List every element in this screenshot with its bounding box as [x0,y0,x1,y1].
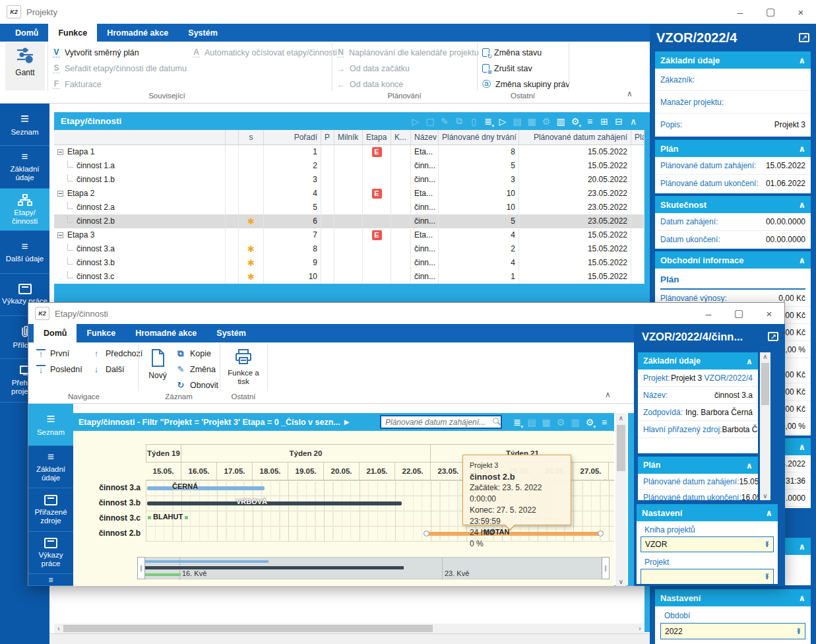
collapse-icon[interactable]: ∧ [746,356,753,366]
menu-icon[interactable]: ≡ [582,116,597,127]
scroll-thumb[interactable] [63,625,433,632]
ribbon-item-naplanovani[interactable]: NNaplánování dle kalendáře projektu [337,46,479,59]
detail-scrollbar[interactable]: ∧ ∨ [760,352,770,500]
ribbon-item-fakturace[interactable]: FFakturace [53,77,102,91]
gantt-button[interactable]: Gantt [5,43,45,90]
scroll-down-icon[interactable]: ∨ [615,577,627,586]
column-header-nazev[interactable]: Název [411,130,439,145]
ribbon-item-dalsi[interactable]: ↓Další [92,362,124,376]
column-header-p[interactable]: P [321,130,334,145]
collapse-icon[interactable]: ∧ [626,116,641,127]
tab-domu[interactable]: Domů [34,324,77,342]
collapse-icon[interactable]: ∧ [798,255,805,265]
obdobi-select[interactable]: 2022∨ ∨ [660,623,805,639]
gantt-row-label[interactable]: činnost 2.b [73,526,141,541]
funkce-a-tisk-button[interactable]: Funkce a tisk [224,345,263,386]
maximize-button[interactable]: ▢ [755,0,786,24]
column-header-etapa[interactable]: Etapa [363,130,391,145]
sidebar-item-prirazene-zdroje[interactable]: Přiřazené zdroje [28,488,73,532]
edit-icon[interactable]: ✎ [437,116,452,127]
tab-funkce[interactable]: Funkce [48,24,97,42]
gantt-bar-blahut[interactable]: BLAHUT [146,513,190,521]
gantt-row-label[interactable]: činnost 3.c [73,511,141,526]
tab-system[interactable]: Systém [178,24,227,42]
dropdown-icon[interactable]: ∨ ∨ [765,542,770,547]
gantt-bar-cerna[interactable] [147,486,265,490]
column-header-k[interactable]: K... [391,130,411,145]
dropdown-icon[interactable]: ∨ ∨ [797,629,801,634]
tab-domu[interactable]: Domů [5,24,48,42]
ribbon-item-obnovit[interactable]: ↻Obnovit [176,378,218,392]
scroll-right-icon[interactable]: › [635,624,644,633]
scroll-up-icon[interactable]: ∧ [615,413,627,422]
table-row[interactable]: činnost 3.c✱10činn...115.05.2022 [54,270,644,284]
gear-icon[interactable]: ⚙▾ [582,417,597,428]
scroll-thumb[interactable] [761,363,769,405]
table-row[interactable]: činnost 2.a5činn...1023.05.2022 [54,201,644,214]
collapse-icon[interactable]: ∧ [798,200,805,210]
sidebar-item-dalsi-udaje[interactable]: ≡Další údaje [0,231,49,274]
delete-icon[interactable]: ▯ [466,116,481,127]
main-horizontal-scrollbar[interactable]: ‹ › [54,624,644,633]
tab-hromadne-akce[interactable]: Hromadné akce [97,24,178,42]
projekt-select[interactable]: ∨ ∨ [641,569,774,584]
child-vertical-scrollbar[interactable]: ∧ ∨ [615,413,627,586]
sidebar-item-seznam[interactable]: ≡Seznam [28,404,73,446]
collapse-icon[interactable]: ∧ [765,508,772,518]
gantt-row-label[interactable]: činnost 3.b [73,496,141,511]
window-remove-icon[interactable]: ⊟ [612,116,626,127]
ribbon-item-posledni[interactable]: ↓Poslední [36,362,82,376]
columns-icon[interactable]: ▥ [553,116,568,127]
column-header-poradi[interactable]: Pořadí [264,130,321,145]
chart-icon[interactable]: ▦ [524,116,539,127]
ribbon-item-zmena-skupiny-prav[interactable]: ⓐZměna skupiny práv [482,77,570,91]
search-icon[interactable] [493,418,499,424]
column-header-milnik[interactable]: Milník [334,130,363,145]
ribbon-item-vytvorit-smerny-plan[interactable]: VVytvořit směrný plán [53,46,139,59]
columns-icon[interactable]: ▥ [568,417,582,428]
scroll-down-icon[interactable]: ∨ [760,492,770,500]
play-icon[interactable]: ▷ [495,116,510,127]
collapse-icon[interactable]: ∧ [798,593,805,603]
bar-handle-icon[interactable] [598,531,604,536]
column-header-dny[interactable]: Plánované dny trvání [439,130,519,145]
close-button[interactable]: × [786,0,816,24]
open-in-window-icon[interactable]: ↗ [768,332,778,341]
minimap-right-handle[interactable]: ∥ [602,557,610,579]
ribbon-item-zrusit-stav[interactable]: ⊗Zrušit stav [482,61,532,75]
bar-handle-icon[interactable] [424,531,429,536]
minimap-left-handle[interactable]: ∥ [137,557,145,579]
table-row[interactable]: činnost 1.b3činn...320.05.2022 [54,173,644,187]
search-input[interactable] [380,415,502,429]
run-icon[interactable]: ▷ [408,116,423,127]
tab-hromadne-akce[interactable]: Hromadné akce [125,324,206,342]
collapse-icon[interactable]: ∧ [798,144,805,154]
kniha-projektu-select[interactable]: VZOR∨ ∨ [641,536,774,552]
print-icon[interactable]: ▤ [510,116,524,127]
new-icon[interactable]: ▢ [423,116,437,127]
novy-button[interactable]: Nový [143,345,172,380]
gear-icon[interactable]: ⚙▾ [568,116,582,127]
gantt-row-label[interactable]: činnost 3.a [73,480,141,496]
tab-funkce[interactable]: Funkce [77,324,125,342]
print-icon[interactable]: ▤ [524,417,539,428]
column-header-planov[interactable]: Plánov [631,130,644,145]
ribbon-collapse-icon[interactable]: ∧ [605,390,611,399]
scroll-left-icon[interactable]: ‹ [54,624,63,633]
ribbon-collapse-icon[interactable]: ∧ [627,89,633,98]
layers-icon[interactable]: ≣▾ [481,116,495,127]
ribbon-item-zmena[interactable]: ✎Změna [176,362,216,376]
ribbon-item-prvni[interactable]: ↑První [36,346,69,360]
minimize-button[interactable]: – [725,0,755,24]
tab-system[interactable]: Systém [206,324,255,342]
menu-icon[interactable]: ≡ [597,417,612,428]
table-row-selected[interactable]: činnost 2.b✱6činn...523.05.2022 [54,214,644,228]
gears-icon[interactable]: ⚙ [553,417,568,428]
table-row[interactable]: činnost 3.b✱9činn...415.05.2022 [54,256,644,270]
ribbon-item-kopie[interactable]: ⧉Kopie [176,346,211,360]
sidebar-item-vykazy-prace[interactable]: Výkazy práce [28,532,73,574]
scroll-thumb[interactable] [617,425,625,471]
collapse-toggle-icon[interactable] [57,149,63,155]
chart-icon[interactable]: ▦ [539,417,553,428]
ribbon-item-od-data-zacatku[interactable]: →Od data začátku [337,61,410,75]
